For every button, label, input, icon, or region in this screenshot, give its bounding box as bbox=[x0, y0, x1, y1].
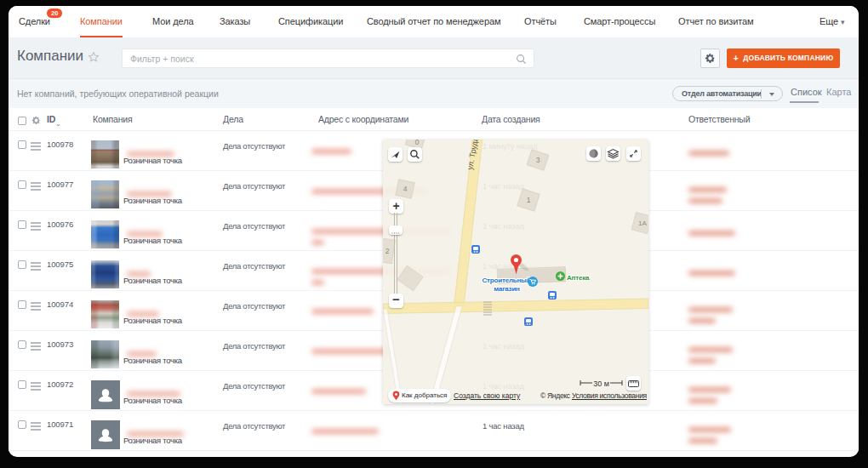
svg-text:Аптека: Аптека bbox=[567, 274, 590, 282]
svg-text:1: 1 bbox=[527, 196, 531, 204]
svg-text:4: 4 bbox=[403, 185, 408, 193]
svg-text:30 м: 30 м bbox=[593, 380, 609, 388]
svg-text:2: 2 bbox=[385, 247, 390, 255]
svg-text:0: 0 bbox=[415, 140, 420, 146]
svg-text:магазин: магазин bbox=[494, 285, 520, 293]
svg-text:Строительный: Строительный bbox=[483, 277, 531, 284]
svg-text:1А: 1А bbox=[638, 220, 647, 227]
svg-text:3: 3 bbox=[536, 156, 540, 164]
